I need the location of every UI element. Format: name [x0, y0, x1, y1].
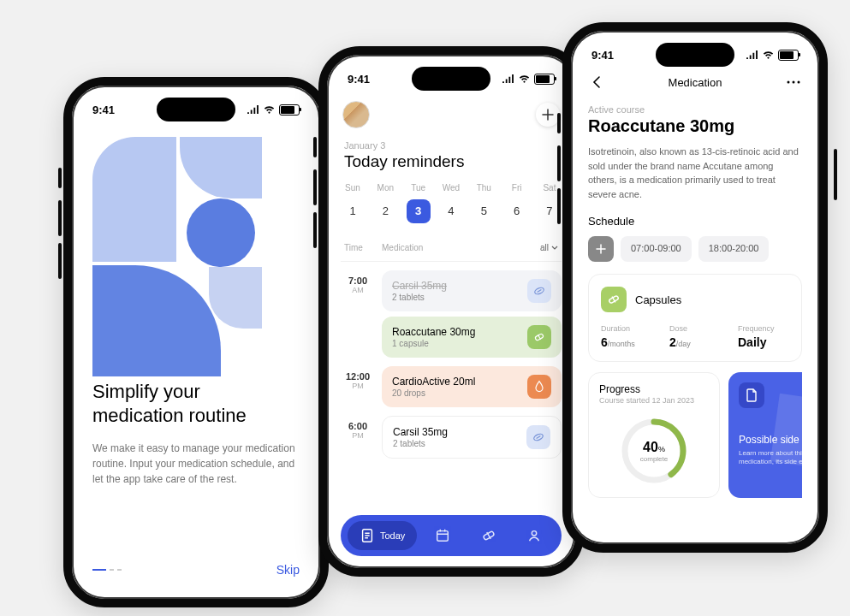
cellular-icon: [502, 74, 514, 84]
add-schedule-button[interactable]: [588, 236, 614, 262]
nav-medication[interactable]: [468, 528, 509, 543]
device-notch: [157, 98, 235, 121]
svg-point-6: [532, 531, 537, 536]
day-tue[interactable]: Tue3: [405, 183, 432, 223]
dots-icon: [787, 80, 800, 84]
medication-detail-screen: 9:41 Medication Active course Roaccutane…: [562, 22, 828, 553]
active-course-label: Active course: [588, 104, 802, 115]
onboarding-screen: 9:41 Simplify your medication routine We…: [63, 77, 329, 607]
onboarding-illustration: [92, 137, 264, 329]
plus-icon: [542, 109, 554, 121]
avatar[interactable]: [342, 101, 370, 128]
status-time: 9:41: [591, 49, 614, 62]
capsule-icon: [527, 325, 551, 349]
onboarding-description: We make it easy to manage your medicatio…: [92, 441, 300, 487]
current-date-label: January 3: [344, 140, 464, 151]
svg-point-8: [793, 81, 795, 84]
stat-duration: Duration 6/months: [601, 324, 652, 349]
cellular-icon: [247, 105, 259, 115]
progress-card[interactable]: Progress Course started 12 Jan 2023 40% …: [588, 372, 720, 498]
nav-profile[interactable]: [514, 528, 555, 543]
medication-card-roaccutane[interactable]: Roaccutane 30mg 1 capsule: [382, 317, 562, 358]
column-time-header: Time: [344, 243, 382, 252]
side-effects-card[interactable]: Possible side eff Learn more about this …: [728, 372, 802, 498]
skip-button[interactable]: Skip: [276, 563, 300, 577]
dosage-card: Capsules Duration 6/months Dose 2/day Fr…: [588, 274, 802, 362]
pill-icon: [526, 425, 550, 449]
device-notch: [412, 67, 490, 91]
drop-icon: [527, 375, 551, 399]
battery-icon: [279, 104, 300, 116]
svg-rect-4: [437, 531, 449, 542]
chevron-down-icon: [551, 246, 558, 250]
day-mon[interactable]: Mon2: [372, 183, 399, 223]
onboarding-title: Simplify your medication routine: [92, 380, 300, 427]
chevron-left-icon: [592, 75, 601, 89]
day-sun[interactable]: Sun1: [339, 183, 366, 223]
wifi-icon: [518, 74, 531, 84]
form-type-label: Capsules: [635, 293, 681, 306]
document-icon: [739, 382, 764, 408]
nav-calendar[interactable]: [422, 528, 463, 543]
filter-dropdown[interactable]: all: [540, 243, 558, 252]
wifi-icon: [762, 50, 775, 60]
back-button[interactable]: [588, 74, 605, 91]
schedule-heading: Schedule: [588, 215, 802, 228]
time-slot-12pm: 12:00 PM: [341, 366, 375, 390]
medication-card-cardioactive[interactable]: CardioActive 20ml 20 drops: [382, 366, 562, 407]
schedule-chip-morning[interactable]: 07:00-09:00: [621, 236, 692, 262]
medication-description: Isotretinoin, also known as 13-cis-retin…: [588, 145, 802, 201]
more-button[interactable]: [785, 74, 802, 91]
day-thu[interactable]: Thu5: [470, 183, 497, 223]
add-button[interactable]: [536, 103, 560, 127]
status-time: 9:41: [348, 73, 370, 86]
medication-card-carsil-done[interactable]: Carsil 35mg 2 tablets: [382, 270, 562, 311]
capsule-icon: [601, 287, 627, 312]
page-indicator: [92, 569, 122, 571]
medication-title: Roaccutane 30mg: [588, 116, 802, 136]
pill-icon: [481, 528, 496, 543]
battery-icon: [534, 74, 555, 85]
nav-today[interactable]: Today: [348, 521, 417, 550]
today-reminders-screen: 9:41 January 3 Today reminders Sun1 Mon2…: [318, 46, 584, 577]
time-slot-6pm: 6:00 PM: [341, 416, 375, 440]
plus-icon: [596, 244, 606, 254]
battery-icon: [778, 50, 799, 61]
calendar-icon: [435, 528, 450, 543]
week-calendar: Sun1 Mon2 Tue3 Wed4 Thu5 Fri6 Sat7: [339, 183, 563, 223]
nav-title: Medication: [669, 76, 722, 89]
device-notch: [656, 43, 734, 67]
column-medication-header: Medication: [382, 243, 540, 252]
progress-ring: 40% complete: [618, 415, 690, 487]
document-icon: [360, 528, 375, 543]
stat-dose: Dose 2/day: [669, 324, 721, 349]
stat-frequency: Frequency Daily: [738, 324, 789, 349]
schedule-chip-evening[interactable]: 18:00-20:00: [698, 236, 770, 262]
day-wed[interactable]: Wed4: [437, 183, 465, 223]
time-slot-7am: 7:00 AM: [341, 270, 375, 294]
medication-card-carsil-pending[interactable]: Carsil 35mg 2 tablets: [382, 416, 562, 459]
pill-icon: [527, 279, 551, 303]
user-icon: [526, 528, 542, 543]
svg-point-9: [798, 81, 800, 84]
bottom-navigation: Today: [341, 515, 562, 556]
day-fri[interactable]: Fri6: [503, 183, 531, 223]
cellular-icon: [746, 50, 758, 60]
status-time: 9:41: [92, 104, 115, 116]
page-title: Today reminders: [344, 152, 464, 171]
wifi-icon: [263, 105, 276, 115]
svg-point-7: [788, 81, 790, 84]
